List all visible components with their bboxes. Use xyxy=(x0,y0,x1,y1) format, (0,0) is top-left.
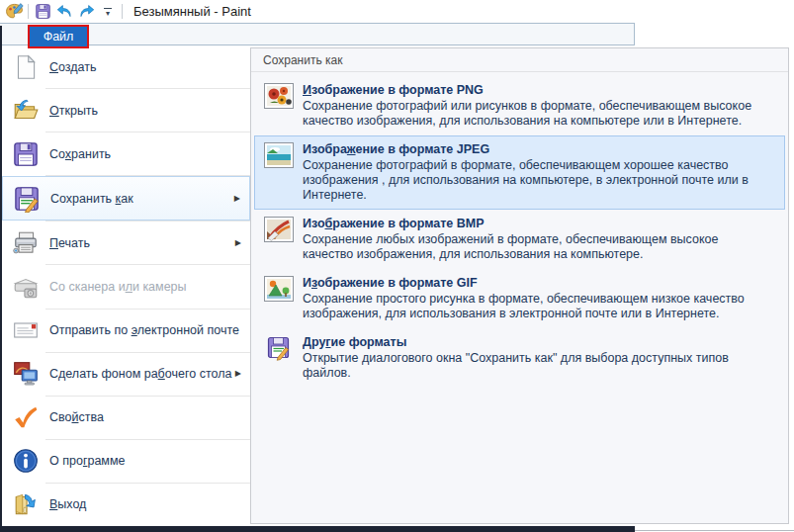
submenu-arrow-icon: ▶ xyxy=(235,370,241,378)
window-border-bottom xyxy=(635,530,794,531)
menu-item-label: Создать xyxy=(49,60,97,74)
submenu-item-description: Сохранение фотографий в формате, обеспеч… xyxy=(303,158,755,203)
menu-item-label: Отправить по электронной почте xyxy=(49,323,239,337)
customize-toolbar-button[interactable]: ▾ xyxy=(97,2,119,22)
undo-button[interactable] xyxy=(53,2,75,22)
menu-item-send-email[interactable]: Отправить по электронной почте xyxy=(2,310,250,352)
png-thumbnail-icon xyxy=(264,83,294,109)
menu-item-from-scanner: Со сканера или камеры xyxy=(2,265,250,308)
exit-folder-icon xyxy=(9,489,43,519)
redo-button[interactable] xyxy=(75,2,97,22)
menu-item-label: Свойства xyxy=(49,410,104,424)
submenu-arrow-icon: ▶ xyxy=(234,195,240,203)
save-button[interactable] xyxy=(32,2,53,22)
submenu-item-jpeg[interactable]: Изображение в формате JPEG Сохранение фо… xyxy=(254,135,785,210)
tab-file[interactable]: Файл xyxy=(30,27,87,46)
gif-thumbnail-icon xyxy=(264,276,294,302)
save-as-floppy-icon xyxy=(264,335,294,361)
open-folder-icon xyxy=(9,96,43,126)
menu-item-print[interactable]: Печать ▶ xyxy=(2,222,250,264)
new-document-icon xyxy=(9,52,43,82)
submenu-item-title: Другие форматы xyxy=(303,334,755,350)
menu-item-label: Печать xyxy=(49,236,90,250)
bmp-thumbnail-icon xyxy=(264,217,294,242)
jpeg-thumbnail-icon xyxy=(264,142,294,168)
menu-border-left xyxy=(0,26,2,532)
window-title: Безымянный - Paint xyxy=(133,4,251,19)
submenu-item-title: Изображение в формате GIF xyxy=(303,275,755,291)
file-menu: Создать Открыть Сохранить xyxy=(2,45,250,526)
submenu-item-description: Сохранение фотографий или рисунков в фор… xyxy=(303,99,755,129)
printer-icon xyxy=(9,228,43,258)
chevron-down-icon: ▾ xyxy=(104,8,112,16)
save-as-submenu: Сохранить как Изображение в формате PNG … xyxy=(250,47,789,524)
menu-item-label: Сохранить xyxy=(49,147,111,161)
save-as-floppy-icon xyxy=(10,184,44,214)
menu-item-save-as[interactable]: Сохранить как ▶ xyxy=(2,176,250,221)
menu-item-label: Выход xyxy=(49,497,86,511)
submenu-item-png[interactable]: Изображение в формате PNG Сохранение фот… xyxy=(254,76,785,135)
toolbar-separator xyxy=(28,4,29,19)
info-icon xyxy=(9,446,43,476)
menu-item-create[interactable]: Создать xyxy=(2,45,250,88)
submenu-item-other-formats[interactable]: Другие форматы Открытие диалогового окна… xyxy=(254,328,785,388)
menu-item-label: Сохранить как xyxy=(50,192,133,206)
email-icon xyxy=(9,315,43,345)
submenu-item-bmp[interactable]: Изображение в формате BMP Сохранение люб… xyxy=(254,210,785,269)
menu-item-label: Сделать фоном рабочего стола xyxy=(49,367,231,381)
submenu-item-title: Изображение в формате PNG xyxy=(303,82,755,98)
desktop-wallpaper-icon xyxy=(9,359,43,389)
menu-border-bottom xyxy=(0,526,635,532)
ribbon-tab-strip xyxy=(0,23,635,45)
submenu-item-title: Изображение в формате JPEG xyxy=(303,141,755,157)
menu-item-label: Открыть xyxy=(49,104,98,118)
menu-item-label: Со сканера или камеры xyxy=(49,280,187,294)
submenu-header: Сохранить как xyxy=(251,48,788,72)
toolbar-separator xyxy=(122,4,123,19)
submenu-item-description: Открытие диалогового окна "Сохранить как… xyxy=(303,351,755,381)
menu-item-label: О программе xyxy=(49,454,125,468)
submenu-item-title: Изображение в формате BMP xyxy=(303,216,755,231)
menu-item-set-wallpaper[interactable]: Сделать фоном рабочего стола ▶ xyxy=(2,353,250,396)
menu-item-save[interactable]: Сохранить xyxy=(2,133,250,175)
checkmark-icon xyxy=(9,402,43,432)
menu-item-properties[interactable]: Свойства xyxy=(2,397,250,439)
title-bar: ▾ Безымянный - Paint xyxy=(0,0,794,23)
submenu-item-description: Сохранение простого рисунка в формате, о… xyxy=(303,292,755,321)
submenu-arrow-icon: ▶ xyxy=(235,239,241,247)
submenu-item-gif[interactable]: Изображение в формате GIF Сохранение про… xyxy=(254,269,785,328)
paint-palette-icon[interactable] xyxy=(3,2,25,22)
submenu-item-description: Сохранение любых изображений в формате, … xyxy=(303,232,755,262)
save-floppy-icon xyxy=(9,139,43,169)
menu-item-open[interactable]: Открыть xyxy=(2,89,250,132)
menu-item-about[interactable]: О программе xyxy=(2,440,250,483)
menu-item-exit[interactable]: Выход xyxy=(2,484,250,526)
scanner-camera-icon xyxy=(9,272,43,302)
file-tab-highlight-annotation: Файл xyxy=(28,25,89,48)
